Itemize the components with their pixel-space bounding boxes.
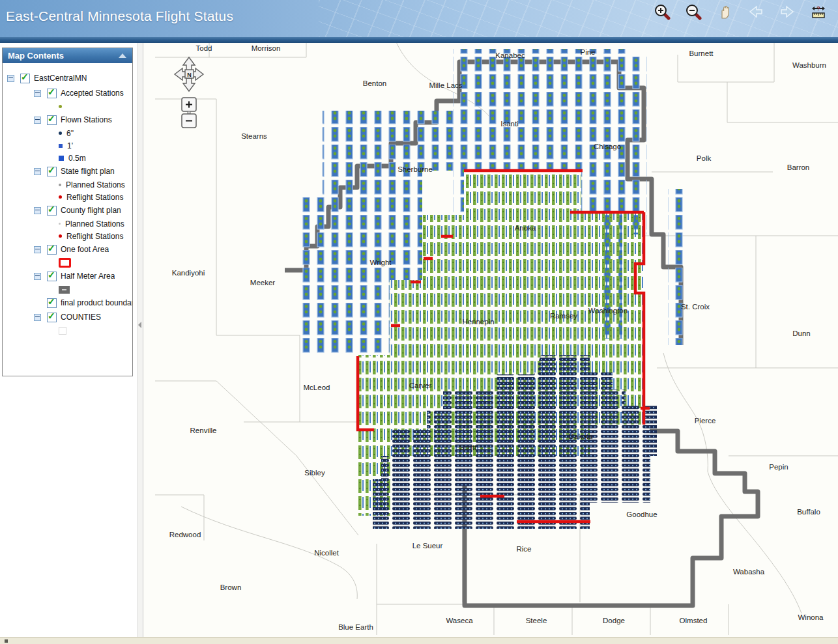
checkmark-icon: ✓ [48,243,55,253]
checkmark-icon: ✓ [48,113,55,124]
county-label-brown: Brown [220,583,242,591]
collapse-toggle-icon[interactable] [34,117,41,124]
collapse-toggle-icon[interactable] [34,246,41,253]
map-viewport[interactable]: ToddMorrisonKanabecPineBurnettWashburnBe… [142,39,838,637]
back-arrow-icon[interactable] [747,3,765,21]
svg-text:N: N [187,72,192,78]
legend-symbol-row: 0.5m [3,152,132,164]
map-contents-title: Map Contents [8,51,64,61]
county-label-wabasha: Wabasha [733,568,765,576]
checkmark-icon: ✓ [48,311,55,321]
flown-stations-blue-lines [668,189,684,345]
checkmark-icon: ✓ [48,165,55,175]
checkmark-icon: ✓ [48,204,55,214]
legend-symbol-row [3,257,132,269]
layer-county-flight-plan-row: ✓County flight plan [3,203,132,217]
legend-dot-icon [59,132,62,135]
legend-symbol-row: 6" [3,127,132,139]
county-label-todd: Todd [196,44,212,52]
county-label-dodge: Dodge [603,617,625,624]
county-label-winona: Winona [798,613,824,621]
layer-county-flight-plan-label: County flight plan [61,206,121,215]
layer-accepted-stations-row: ✓Accepted Stations [3,86,132,100]
pan-hand-icon[interactable] [715,3,734,21]
pan-north-arrow [183,57,195,70]
legend-dot-icon [59,195,62,199]
legend-symbol-row: Planned Stations [3,217,132,230]
county-label-sibley: Sibley [304,469,325,477]
legend-symbol-label: Reflight Stations [66,232,123,241]
legend-symbol-label: Reflight Stations [66,193,123,202]
county-label-dunn: Dunn [792,329,811,337]
sidebar-collapse-strip[interactable] [137,43,143,637]
county-label-morrison: Morrison [252,44,281,52]
layer-accepted-stations-checkbox[interactable]: ✓ [47,89,57,98]
county-label-mille-lacs: Mille Lacs [429,81,462,89]
county-label-renville: Renville [190,427,217,434]
legend-symbol-row: Reflight Stations [3,230,132,242]
collapse-toggle-icon[interactable] [34,273,41,280]
collapse-toggle-icon[interactable] [34,90,41,97]
legend-dot-icon [59,234,62,238]
county-label-rice: Rice [516,545,531,553]
header-separator [0,37,838,43]
collapse-toggle-icon[interactable] [34,168,41,175]
legend-dot-icon [59,184,61,186]
legend-symbol-row [3,100,132,113]
layer-root-checkbox[interactable]: ✓ [20,74,30,83]
layer-counties-checkbox[interactable]: ✓ [47,313,57,322]
county-label-kanabec: Kanabec [495,51,525,59]
layer-half-meter-area-checkbox[interactable]: ✓ [47,272,57,281]
layer-counties-row: ✓COUNTIES [3,310,132,324]
county-label-waseca: Waseca [446,617,473,624]
pan-compass[interactable]: N [175,57,203,91]
layer-one-foot-area-checkbox[interactable]: ✓ [47,245,57,255]
checkmark-icon: ✓ [48,87,55,97]
county-label-le-sueur: Le Sueur [412,542,443,550]
county-label-steele: Steele [526,617,547,624]
legend-symbol-label: 1' [67,141,73,150]
measure-icon[interactable]: ? [809,3,828,21]
layer-final-product-boundar-checkbox[interactable]: ✓ [47,298,57,308]
layer-state-flight-plan-checkbox[interactable]: ✓ [47,167,57,176]
status-bar-mark [5,639,8,643]
collapse-toggle-icon[interactable] [34,314,41,321]
layer-flown-stations-checkbox[interactable]: ✓ [47,115,57,125]
zoom-out-icon[interactable] [684,3,702,21]
sidebar: Map Contents ✓EastCentralMN✓Accepted Sta… [0,43,137,637]
legend-square-icon [59,144,63,148]
status-bar [0,637,838,644]
panel-collapse-icon[interactable] [119,53,126,58]
layer-final-product-boundar-row: ✓final product boundar [3,296,132,310]
layer-counties-label: COUNTIES [61,313,101,322]
county-label-benton: Benton [363,79,386,87]
collapse-toggle-icon[interactable] [7,75,14,82]
layer-root-row: ✓EastCentralMN [3,70,132,86]
layer-county-flight-plan-checkbox[interactable]: ✓ [47,206,57,216]
map-zoom-controls [182,98,196,128]
collapse-toggle-icon[interactable] [34,207,41,214]
county-label-anoka: Anoka [515,224,536,232]
county-label-scott: Scott [459,443,477,451]
legend-symbol-row: 1' [3,139,132,152]
county-label-hennepin: Hennepin [462,318,494,326]
county-label-pine: Pine [580,48,595,56]
county-label-isanti: Isanti [500,120,519,128]
legend-symbol-label: Planned Stations [65,219,124,229]
layer-flown-stations-label: Flown Stations [61,115,112,124]
county-label-olmsted: Olmsted [680,617,708,624]
layer-state-flight-plan-row: ✓State flight plan [3,164,132,178]
legend-symbol-label: 0.5m [68,154,86,163]
legend-symbol-label: 6" [66,129,74,138]
map-contents-panel: Map Contents ✓EastCentralMN✓Accepted Sta… [2,48,133,376]
county-label-sherburne: Sherburne [397,165,433,173]
layer-root-label: EastCentralMN [34,74,87,83]
zoom-in-icon[interactable] [653,3,671,21]
county-label-barron: Barron [787,163,810,171]
county-label-mcleod: McLeod [304,384,330,391]
forward-arrow-icon[interactable] [778,3,796,21]
county-label-pepin: Pepin [769,463,788,471]
county-label-wright: Wright [369,259,392,266]
county-label-st-croix: St. Croix [681,303,710,311]
county-label-meeker: Meeker [250,279,276,287]
